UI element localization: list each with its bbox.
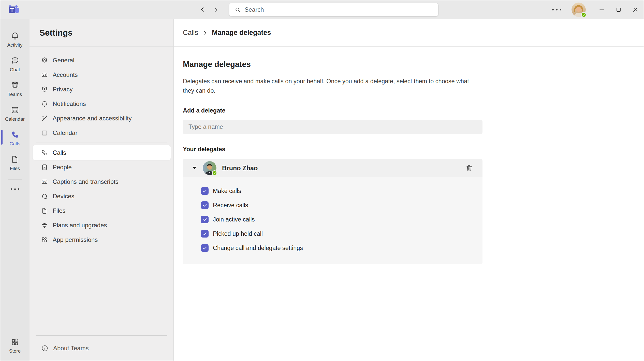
- rail-item-label: Chat: [10, 67, 20, 73]
- permission-label: Change call and delegate settings: [213, 245, 303, 252]
- nav-back-button[interactable]: [196, 3, 209, 16]
- store-apps-icon: [11, 338, 19, 346]
- permission-row: Change call and delegate settings: [183, 241, 482, 255]
- diamond-icon: [41, 222, 48, 229]
- settings-item-label: Appearance and accessibility: [53, 115, 132, 122]
- rail-item-calls[interactable]: Calls: [0, 126, 30, 151]
- id-card-icon: [41, 71, 48, 78]
- breadcrumb-calls-link[interactable]: Calls: [183, 29, 198, 37]
- settings-item-privacy[interactable]: Privacy: [33, 82, 171, 96]
- info-icon: [41, 344, 49, 352]
- settings-item-label: Calls: [53, 149, 66, 156]
- rail-item-files[interactable]: Files: [0, 151, 30, 175]
- gear-icon: [41, 57, 48, 64]
- settings-item-label: Calendar: [53, 129, 77, 136]
- chevron-left-icon: [199, 6, 206, 13]
- user-avatar[interactable]: [572, 3, 586, 17]
- wand-icon: [41, 115, 48, 122]
- nav-forward-button[interactable]: [209, 3, 222, 16]
- more-options-icon[interactable]: [552, 9, 561, 10]
- settings-item-app-permissions[interactable]: App permissions: [33, 232, 171, 247]
- rail-item-label: Files: [10, 166, 20, 171]
- more-apps-icon[interactable]: [8, 186, 22, 192]
- search-input[interactable]: Search: [229, 3, 438, 17]
- settings-item-captions[interactable]: CC Captions and transcripts: [33, 174, 171, 189]
- rail-item-label: Calls: [9, 141, 20, 147]
- about-teams-button[interactable]: About Teams: [30, 336, 173, 361]
- permission-row: Picked up held call: [183, 227, 482, 241]
- maximize-button[interactable]: [610, 0, 627, 19]
- rail-item-teams[interactable]: Teams: [0, 77, 30, 101]
- permission-label: Make calls: [213, 188, 241, 195]
- titlebar: Search: [0, 0, 644, 19]
- maximize-icon: [616, 7, 622, 13]
- settings-item-label: Plans and upgrades: [53, 222, 107, 229]
- rail-divider: [8, 179, 22, 180]
- file-icon: [41, 207, 48, 214]
- closed-captions-icon: CC: [41, 178, 48, 185]
- caret-down-icon[interactable]: [193, 167, 197, 169]
- settings-item-label: Privacy: [53, 86, 73, 93]
- settings-header: Settings: [30, 19, 173, 47]
- delegate-permissions: Make calls Receive calls Join active cal…: [183, 177, 482, 264]
- settings-item-notifications[interactable]: Notifications: [33, 96, 171, 111]
- checkbox-change-settings[interactable]: [201, 244, 209, 252]
- delegate-name: Bruno Zhao: [222, 164, 258, 172]
- checkbox-join-active-calls[interactable]: [201, 216, 209, 223]
- settings-item-calendar[interactable]: Calendar: [33, 126, 171, 140]
- rail-item-store[interactable]: Store: [0, 334, 30, 358]
- add-delegate-input[interactable]: [183, 120, 482, 134]
- page-description: Delegates can receive and make calls on …: [183, 77, 477, 95]
- minimize-button[interactable]: [593, 0, 610, 19]
- permission-row: Join active calls: [183, 212, 482, 227]
- svg-text:CC: CC: [43, 180, 46, 183]
- rail-item-label: Calendar: [5, 116, 25, 122]
- settings-item-label: Accounts: [53, 71, 78, 78]
- trash-icon: [465, 164, 473, 172]
- rail-item-label: Store: [9, 348, 21, 354]
- settings-item-label: General: [53, 57, 74, 64]
- phone-icon: [41, 149, 48, 156]
- file-icon: [10, 155, 20, 164]
- chevron-right-icon: [202, 30, 208, 36]
- settings-item-label: Notifications: [53, 100, 86, 107]
- settings-title: Settings: [39, 28, 72, 38]
- rail-item-calendar[interactable]: Calendar: [0, 101, 30, 126]
- teams-window: Search: [0, 0, 644, 361]
- settings-item-label: Captions and transcripts: [53, 178, 119, 185]
- permission-label: Join active calls: [213, 216, 255, 223]
- rail-item-label: Teams: [8, 92, 22, 97]
- breadcrumb-current: Manage delegates: [212, 29, 271, 37]
- headset-icon: [41, 193, 48, 200]
- checkbox-receive-calls[interactable]: [201, 201, 209, 209]
- checkbox-make-calls[interactable]: [201, 187, 209, 195]
- settings-item-devices[interactable]: Devices: [33, 189, 171, 203]
- bell-icon: [41, 100, 48, 107]
- checkbox-picked-up-held-call[interactable]: [201, 230, 209, 238]
- permission-row: Make calls: [183, 184, 482, 198]
- settings-item-general[interactable]: General: [33, 53, 171, 67]
- search-icon: [234, 6, 241, 13]
- delete-delegate-button[interactable]: [463, 162, 475, 174]
- chat-icon: [10, 56, 20, 65]
- calendar-icon: [41, 129, 48, 136]
- calendar-icon: [10, 105, 20, 115]
- permission-row: Receive calls: [183, 198, 482, 212]
- rail-item-chat[interactable]: Chat: [0, 52, 30, 77]
- settings-item-appearance[interactable]: Appearance and accessibility: [33, 111, 171, 126]
- breadcrumb: Calls Manage delegates: [174, 19, 644, 47]
- settings-item-accounts[interactable]: Accounts: [33, 67, 171, 82]
- settings-item-calls[interactable]: Calls: [33, 145, 171, 160]
- app-grid-icon: [41, 236, 48, 243]
- bell-icon: [10, 31, 20, 40]
- settings-item-plans[interactable]: Plans and upgrades: [33, 218, 171, 232]
- people-team-icon: [10, 81, 20, 90]
- settings-item-people[interactable]: People: [33, 160, 171, 174]
- presence-available-badge: [581, 12, 587, 18]
- delegate-row[interactable]: Bruno Zhao: [183, 159, 482, 177]
- settings-nav-divider: [36, 143, 167, 143]
- rail-item-activity[interactable]: Activity: [0, 27, 30, 52]
- rail-item-label: Activity: [7, 42, 22, 48]
- close-button[interactable]: [627, 0, 644, 19]
- settings-item-files[interactable]: Files: [33, 203, 171, 218]
